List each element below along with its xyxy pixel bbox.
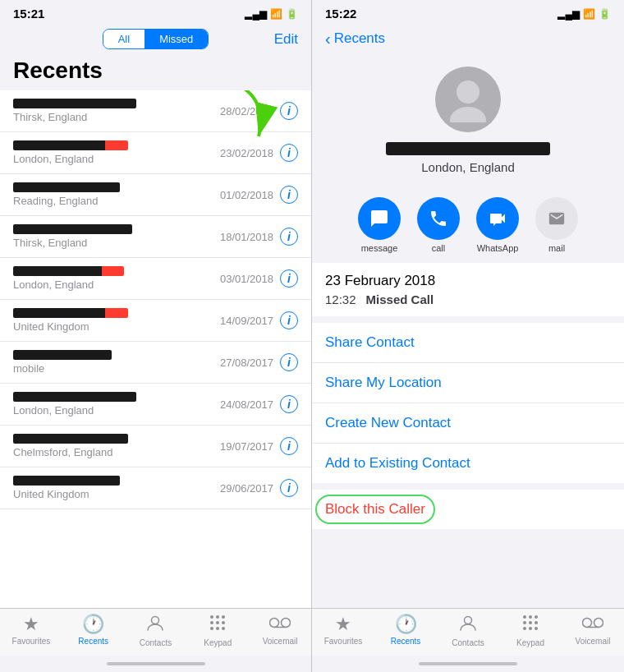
call-time-row: 12:32 Missed Call bbox=[325, 292, 611, 306]
svg-point-20 bbox=[523, 621, 526, 624]
contact-name-redacted bbox=[13, 140, 128, 150]
contact-sub: mobile bbox=[13, 362, 220, 375]
missed-call-label: Missed Call bbox=[366, 292, 434, 306]
info-button[interactable]: i bbox=[280, 437, 298, 455]
contact-name-redacted bbox=[13, 224, 132, 234]
contact-info: Thirsk, England bbox=[13, 99, 220, 123]
svg-point-6 bbox=[216, 621, 219, 624]
tab-recents[interactable]: 🕐 Recents bbox=[62, 614, 125, 647]
contact-info: United Kingdom bbox=[13, 308, 220, 333]
back-bar: ‹ Recents bbox=[312, 24, 624, 50]
edit-button[interactable]: Edit bbox=[274, 31, 298, 48]
right-tab-recents[interactable]: 🕐 Recents bbox=[374, 614, 437, 647]
svg-point-1 bbox=[152, 617, 159, 624]
home-indicator-left bbox=[0, 656, 311, 672]
info-button[interactable]: i bbox=[280, 479, 298, 497]
right-tab-contacts[interactable]: Contacts bbox=[437, 614, 499, 647]
whatsapp-label: WhatsApp bbox=[477, 243, 519, 253]
info-button[interactable]: i bbox=[280, 186, 298, 204]
svg-point-25 bbox=[535, 627, 538, 630]
tab-contacts[interactable]: Contacts bbox=[125, 614, 187, 647]
contact-sub: Thirsk, England bbox=[13, 111, 220, 123]
contact-location: London, England bbox=[421, 160, 514, 174]
contact-item[interactable]: Chelmsford, England 19/07/2017 i bbox=[0, 426, 311, 467]
right-status-bar: 15:22 ▂▄▆ 📶 🔋 bbox=[312, 0, 624, 24]
contact-name-redacted bbox=[13, 476, 120, 486]
tab-favourites[interactable]: ★ Favourites bbox=[0, 614, 62, 647]
contact-info: London, England bbox=[13, 140, 220, 165]
contact-info: Chelmsford, England bbox=[13, 434, 220, 458]
left-status-bar: 15:21 ▂▄▆ 📶 🔋 bbox=[0, 0, 311, 24]
contact-sub: London, England bbox=[13, 404, 220, 417]
left-status-time: 15:21 bbox=[13, 7, 44, 21]
contact-name-redacted bbox=[13, 350, 112, 360]
call-time: 12:32 bbox=[325, 292, 356, 306]
right-tab-favourites[interactable]: ★ Favourites bbox=[312, 614, 374, 647]
call-label: call bbox=[432, 243, 446, 253]
svg-point-27 bbox=[594, 619, 603, 628]
filter-missed-btn[interactable]: Missed bbox=[145, 30, 208, 48]
contact-sub: Thirsk, England bbox=[13, 237, 220, 249]
mail-action-btn[interactable]: mail bbox=[535, 197, 578, 253]
chevron-left-icon: ‹ bbox=[325, 30, 331, 47]
recents-icon: 🕐 bbox=[395, 614, 417, 635]
contact-date: 19/07/2017 bbox=[220, 440, 273, 453]
action-list: Share Contact Share My Location Create N… bbox=[312, 323, 624, 483]
svg-point-21 bbox=[529, 621, 532, 624]
contact-date: 14/09/2017 bbox=[220, 315, 273, 327]
left-status-icons: ▂▄▆ 📶 🔋 bbox=[245, 8, 298, 20]
info-button[interactable]: i bbox=[280, 353, 298, 371]
create-contact-item[interactable]: Create New Contact bbox=[312, 403, 624, 444]
block-section: Block this Caller bbox=[312, 490, 624, 529]
keypad-icon bbox=[209, 614, 227, 637]
right-panel: 15:22 ▂▄▆ 📶 🔋 ‹ Recents London, England bbox=[312, 0, 624, 672]
tab-voicemail-label: Voicemail bbox=[576, 637, 611, 646]
tab-keypad[interactable]: Keypad bbox=[186, 614, 249, 647]
contact-date: 24/08/2017 bbox=[220, 398, 273, 411]
contact-info: Reading, England bbox=[13, 182, 220, 207]
svg-point-8 bbox=[210, 627, 213, 630]
share-location-item[interactable]: Share My Location bbox=[312, 363, 624, 403]
right-tab-voicemail[interactable]: Voicemail bbox=[562, 614, 624, 647]
contact-name-redacted bbox=[13, 434, 128, 444]
contact-date: 23/02/2018 bbox=[220, 147, 273, 159]
contact-item[interactable]: London, England 23/02/2018 i bbox=[0, 132, 311, 174]
contact-item[interactable]: London, England 24/08/2017 i bbox=[0, 384, 311, 426]
share-contact-item[interactable]: Share Contact bbox=[312, 323, 624, 363]
svg-point-22 bbox=[535, 621, 538, 624]
svg-point-17 bbox=[523, 615, 526, 619]
contact-item[interactable]: London, England 03/01/2018 i bbox=[0, 258, 311, 300]
info-button[interactable]: i bbox=[280, 395, 298, 413]
call-action-btn[interactable]: call bbox=[417, 197, 460, 253]
info-button[interactable]: i bbox=[280, 228, 298, 246]
battery-icon: 🔋 bbox=[599, 8, 611, 20]
whatsapp-action-btn[interactable]: WhatsApp bbox=[476, 197, 519, 253]
right-tab-keypad[interactable]: Keypad bbox=[499, 614, 562, 647]
message-action-btn[interactable]: message bbox=[358, 197, 401, 253]
contact-item[interactable]: United Kingdom 14/09/2017 i bbox=[0, 300, 311, 342]
add-existing-contact-item[interactable]: Add to Existing Contact bbox=[312, 444, 624, 483]
tab-favourites-label: Favourites bbox=[12, 637, 51, 646]
contact-sub: Chelmsford, England bbox=[13, 446, 220, 458]
right-tab-bar: ★ Favourites 🕐 Recents Contacts bbox=[312, 608, 624, 656]
svg-point-24 bbox=[529, 627, 532, 630]
svg-point-2 bbox=[210, 615, 213, 619]
filter-all-btn[interactable]: All bbox=[103, 30, 145, 48]
contact-header: London, England bbox=[312, 50, 624, 187]
contact-item[interactable]: mobile 27/08/2017 i bbox=[0, 342, 311, 384]
contact-item[interactable]: Reading, England 01/02/2018 i bbox=[0, 174, 311, 216]
message-label: message bbox=[361, 243, 398, 253]
contacts-icon bbox=[459, 614, 477, 637]
contact-name-redacted bbox=[13, 308, 128, 318]
contact-date: 01/02/2018 bbox=[220, 189, 273, 201]
home-bar bbox=[419, 662, 517, 665]
contact-sub: London, England bbox=[13, 278, 220, 291]
tab-voicemail[interactable]: Voicemail bbox=[249, 614, 311, 647]
back-button[interactable]: ‹ Recents bbox=[325, 30, 385, 47]
whatsapp-icon bbox=[476, 197, 519, 240]
info-button[interactable]: i bbox=[280, 311, 298, 329]
contact-item[interactable]: United Kingdom 29/06/2017 i bbox=[0, 467, 311, 509]
right-status-icons: ▂▄▆ 📶 🔋 bbox=[557, 8, 611, 20]
info-button[interactable]: i bbox=[280, 269, 298, 288]
contact-item[interactable]: Thirsk, England 18/01/2018 i bbox=[0, 216, 311, 258]
